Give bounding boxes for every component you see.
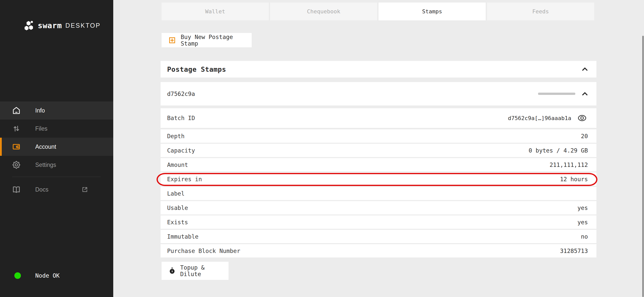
tab-chequebook[interactable]: Chequebook bbox=[270, 3, 377, 20]
sidebar: swarm DESKTOP Info Files Account bbox=[0, 0, 113, 297]
batch-id-row: Batch ID d7562c9a[…]96aaab1a bbox=[161, 108, 596, 128]
sidebar-item-label: Account bbox=[35, 143, 56, 150]
timer-icon bbox=[169, 267, 176, 274]
table-row-expires-in: Expires in 12 hours bbox=[161, 172, 596, 186]
chevron-up-icon[interactable] bbox=[580, 65, 589, 74]
buy-new-postage-stamp-button[interactable]: Buy New Postage Stamp bbox=[162, 33, 252, 47]
swarm-hexagons-icon bbox=[24, 20, 34, 31]
logo-product-text: DESKTOP bbox=[65, 22, 101, 29]
sidebar-item-label: Info bbox=[35, 107, 45, 114]
table-row-depth: Depth 20 bbox=[161, 129, 596, 143]
table-row-capacity: Capacity 0 bytes / 4.29 GB bbox=[161, 144, 596, 157]
node-status: Node OK bbox=[0, 269, 113, 282]
buy-button-label: Buy New Postage Stamp bbox=[181, 34, 252, 47]
main-content: Wallet Chequebook Stamps Feeds Buy New P… bbox=[113, 0, 644, 297]
active-nav-indicator bbox=[0, 138, 2, 156]
book-icon bbox=[12, 185, 21, 194]
sidebar-item-label: Settings bbox=[35, 162, 56, 168]
stamp-progress-bar bbox=[538, 93, 575, 95]
eye-icon[interactable] bbox=[577, 113, 587, 123]
topup-dilute-button[interactable]: Topup & Dilute bbox=[162, 262, 229, 280]
sidebar-item-info[interactable]: Info bbox=[0, 101, 113, 120]
postage-stamps-title: Postage Stamps bbox=[167, 65, 226, 73]
node-status-label: Node OK bbox=[35, 272, 60, 279]
batch-id-value: d7562c9a[…]96aaab1a bbox=[508, 115, 571, 121]
plus-square-icon bbox=[169, 37, 176, 44]
sidebar-divider bbox=[12, 177, 101, 177]
sidebar-item-docs[interactable]: Docs bbox=[0, 180, 113, 199]
node-status-green-dot bbox=[14, 272, 21, 279]
sidebar-item-files[interactable]: Files bbox=[0, 120, 113, 138]
wallet-icon bbox=[12, 142, 21, 151]
topup-button-label: Topup & Dilute bbox=[180, 264, 229, 277]
tab-feeds[interactable]: Feeds bbox=[487, 3, 594, 20]
tab-bar: Wallet Chequebook Stamps Feeds bbox=[162, 3, 594, 20]
sidebar-item-settings[interactable]: Settings bbox=[0, 156, 113, 174]
tab-wallet[interactable]: Wallet bbox=[162, 3, 269, 20]
transfer-arrows-icon bbox=[12, 124, 21, 133]
logo-brand-text: swarm bbox=[38, 21, 62, 30]
table-row-label: Label bbox=[161, 187, 596, 200]
home-icon bbox=[12, 106, 21, 115]
chevron-up-icon[interactable] bbox=[580, 89, 589, 98]
app-logo: swarm DESKTOP bbox=[24, 20, 101, 31]
batch-id-label: Batch ID bbox=[167, 115, 195, 121]
sidebar-item-label: Docs bbox=[35, 186, 48, 193]
sidebar-item-account[interactable]: Account bbox=[0, 138, 113, 156]
postage-stamps-header-card: Postage Stamps bbox=[161, 61, 596, 78]
external-link-icon bbox=[81, 186, 89, 193]
table-row-immutable: Immutable no bbox=[161, 230, 596, 243]
table-row-amount: Amount 211,111,112 bbox=[161, 158, 596, 171]
table-row-usable: Usable yes bbox=[161, 201, 596, 214]
stamp-header-row[interactable]: d7562c9a bbox=[161, 82, 596, 105]
sidebar-item-label: Files bbox=[35, 125, 48, 132]
tab-stamps[interactable]: Stamps bbox=[378, 3, 486, 20]
stamp-name: d7562c9a bbox=[167, 91, 195, 97]
table-row-purchase-block-number: Purchase Block Number 31285713 bbox=[161, 244, 596, 257]
gear-icon bbox=[12, 161, 21, 169]
vertical-scrollbar-thumb[interactable] bbox=[642, 36, 644, 297]
table-row-exists: Exists yes bbox=[161, 215, 596, 229]
stamp-detail-table: Depth 20 Capacity 0 bytes / 4.29 GB Amou… bbox=[161, 129, 596, 258]
